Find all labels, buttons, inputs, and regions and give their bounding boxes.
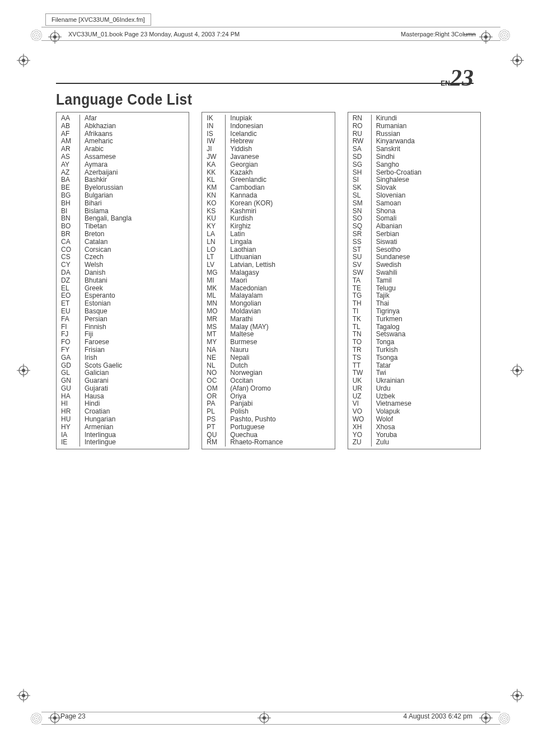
language-row: OM(Afan) Oromo	[202, 385, 334, 393]
language-name: Slovenian	[372, 192, 480, 200]
language-name: Danish	[80, 269, 189, 277]
language-code: GL	[57, 369, 80, 377]
language-row: MTMaltese	[202, 331, 334, 339]
language-code: ST	[348, 246, 372, 254]
svg-point-43	[484, 716, 488, 720]
language-code: HY	[57, 424, 80, 431]
language-row: SHSerbo-Croatian	[348, 169, 480, 177]
language-code: RN	[348, 115, 372, 123]
language-name: Sanskrit	[372, 145, 480, 153]
language-row: BRBreton	[57, 231, 189, 238]
language-name: Hindi	[80, 400, 189, 408]
language-row: MNMongolian	[202, 300, 334, 308]
language-code: SN	[348, 208, 372, 215]
language-row: TITigrinya	[348, 308, 480, 316]
language-name: Wolof	[372, 416, 480, 424]
language-name: Scots Gaelic	[80, 362, 189, 370]
language-row: ISIcelandic	[202, 130, 334, 138]
language-row: VIVietnamese	[348, 400, 480, 408]
language-code: KS	[202, 208, 226, 215]
language-name: Siswati	[372, 238, 480, 246]
language-name: Lingala	[226, 238, 334, 246]
language-code: SH	[348, 169, 372, 177]
language-code: AS	[57, 153, 80, 161]
registration-mark-icon	[257, 711, 271, 725]
language-name: Malayalam	[226, 292, 334, 300]
language-name: Bislama	[80, 208, 189, 215]
language-row: CSCzech	[57, 253, 189, 261]
language-row: YOYoruba	[348, 431, 480, 439]
language-column-3: RNKirundiRORumanianRURussianRWKinyarwand…	[348, 112, 481, 449]
language-name: Czech	[80, 253, 189, 261]
language-code: FA	[57, 316, 80, 323]
language-row: GLGalician	[57, 369, 189, 377]
language-row: HYArmenian	[57, 424, 189, 431]
language-code: RO	[348, 123, 372, 130]
language-row: SNShona	[348, 208, 480, 215]
language-name: Greek	[80, 285, 189, 293]
language-row: VOVolapuk	[348, 408, 480, 416]
registration-mark-icon	[17, 689, 30, 702]
language-row: OROriya	[202, 393, 334, 401]
language-name: Hausa	[80, 393, 189, 401]
language-name: Singhalese	[372, 176, 480, 184]
language-name: Hebrew	[226, 138, 334, 145]
language-name: Tonga	[372, 339, 480, 346]
language-name: Persian	[80, 316, 189, 323]
language-row: TRTurkish	[348, 346, 480, 354]
language-row: KSKashmiri	[202, 208, 334, 215]
language-name: Rumanian	[372, 123, 480, 130]
language-name: Yoruba	[372, 431, 480, 439]
language-row: FJFiji	[57, 331, 189, 339]
language-name: Afrikaans	[80, 130, 189, 138]
language-row: SASanskrit	[348, 145, 480, 153]
language-row: ASAssamese	[57, 153, 189, 161]
language-code: QU	[202, 431, 226, 439]
language-name: Moldavian	[226, 308, 334, 316]
language-name: Setswana	[372, 331, 480, 339]
language-code: MO	[202, 308, 226, 316]
language-code: HI	[57, 400, 80, 408]
language-code: DZ	[57, 277, 80, 285]
language-code: SK	[348, 184, 372, 192]
language-code: UR	[348, 385, 372, 393]
language-name: Yiddish	[226, 145, 334, 153]
registration-mark-icon	[479, 30, 493, 44]
language-code: KO	[202, 200, 226, 208]
language-row: KNKannada	[202, 192, 334, 200]
language-row: THThai	[348, 300, 480, 308]
language-name: Welsh	[80, 261, 189, 269]
language-name: Turkmen	[372, 316, 480, 323]
footer-date-label: 4 August 2003 6:42 pm	[404, 712, 472, 720]
language-code: MY	[202, 339, 226, 346]
language-name: Estonian	[80, 300, 189, 308]
language-row: NONorwegian	[202, 369, 334, 377]
language-row: DZBhutani	[57, 277, 189, 285]
language-row: SVSwedish	[348, 261, 480, 269]
language-name: Serbo-Croatian	[372, 169, 480, 177]
language-row: RNKirundi	[348, 115, 480, 123]
language-code: AY	[57, 161, 80, 169]
language-code: TG	[348, 292, 372, 300]
svg-point-31	[516, 694, 519, 697]
language-code: EL	[57, 285, 80, 293]
language-code: CY	[57, 261, 80, 269]
language-code: EU	[57, 308, 80, 316]
language-code: SD	[348, 153, 372, 161]
language-row: FAPersian	[57, 316, 189, 323]
language-name: Kazakh	[226, 169, 334, 177]
language-code: JI	[202, 145, 226, 153]
language-code: NO	[202, 369, 226, 377]
language-code: AZ	[57, 169, 80, 177]
language-code: BA	[57, 176, 80, 184]
language-code: TL	[348, 323, 372, 331]
language-name: Byelorussian	[80, 184, 189, 192]
language-row: SSSiswati	[348, 238, 480, 246]
language-name: Samoan	[372, 200, 480, 208]
language-name: Ameharic	[80, 138, 189, 145]
language-row: TATamil	[348, 277, 480, 285]
language-name: Tamil	[372, 277, 480, 285]
language-row: SISinghalese	[348, 176, 480, 184]
language-code: CA	[57, 238, 80, 246]
language-name: Latin	[226, 231, 334, 238]
